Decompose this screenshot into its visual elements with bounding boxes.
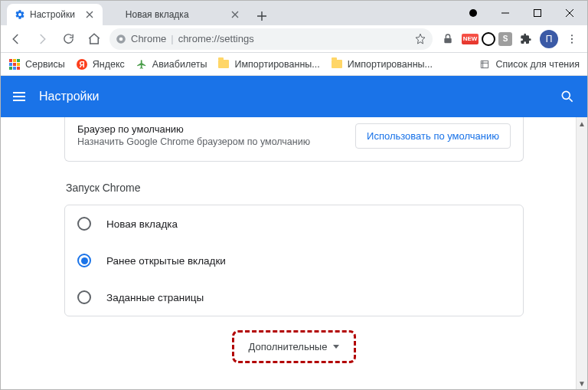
close-tab-icon[interactable] [84, 9, 95, 20]
settings-search-icon[interactable] [560, 89, 575, 104]
folder-icon [217, 58, 230, 70]
bookmarks-bar: Сервисы Я Яндекс Авиабилеты Импортирован… [1, 53, 587, 76]
minimize-button[interactable] [491, 2, 520, 24]
toolbar: Chrome | chrome://settings NEW S П [1, 25, 587, 53]
reading-list-button[interactable]: Список для чтения [479, 58, 580, 70]
startup-option-pages[interactable]: Заданные страницы [65, 279, 523, 316]
extension-new-badge[interactable]: NEW [462, 34, 479, 44]
scroll-up-icon[interactable]: ▲ [578, 117, 586, 129]
omnibox-prefix: Chrome [131, 33, 166, 44]
startup-option-newtab[interactable]: Новая вкладка [65, 205, 523, 242]
close-tab-icon[interactable] [230, 9, 240, 20]
bookmark-apps[interactable]: Сервисы [8, 58, 65, 70]
chrome-icon [116, 34, 126, 44]
tab-label: Новая вкладка [126, 9, 189, 20]
plane-icon [136, 58, 148, 70]
svg-text:Я: Я [79, 60, 84, 68]
gear-icon [15, 9, 25, 20]
omnibox[interactable]: Chrome | chrome://settings [109, 28, 433, 50]
svg-rect-14 [13, 67, 16, 70]
default-browser-subtitle: Назначить Google Chrome браузером по умо… [77, 136, 310, 147]
startup-options: Новая вкладка Ранее открытые вкладки Зад… [64, 205, 524, 316]
maximize-button[interactable] [523, 2, 552, 24]
startup-option-continue[interactable]: Ранее открытые вкладки [65, 242, 523, 279]
svg-point-6 [571, 41, 573, 43]
menu-icon[interactable] [561, 28, 583, 50]
chevron-down-icon [333, 345, 339, 349]
default-browser-title: Браузер по умолчанию [77, 123, 310, 135]
yandex-icon: Я [76, 58, 88, 70]
omnibox-url: chrome://settings [178, 33, 254, 44]
svg-rect-8 [13, 59, 16, 62]
svg-rect-15 [17, 67, 20, 70]
window-controls [491, 2, 584, 24]
bookmark-yandex[interactable]: Я Яндекс [76, 58, 125, 70]
svg-point-4 [571, 34, 573, 36]
bookmark-aviabilety[interactable]: Авиабилеты [136, 58, 207, 70]
reading-list-icon [479, 58, 491, 70]
settings-header: Настройки [1, 76, 587, 117]
svg-rect-3 [444, 38, 451, 43]
back-button[interactable] [5, 28, 27, 50]
svg-point-18 [562, 91, 570, 99]
toolbar-extensions: NEW S П [437, 28, 583, 50]
forward-button[interactable] [31, 28, 53, 50]
bookmark-imported-2[interactable]: Импортированны... [331, 58, 433, 70]
hamburger-icon[interactable] [13, 92, 25, 101]
svg-rect-10 [9, 63, 12, 66]
new-tab-button[interactable] [253, 7, 271, 25]
reload-button[interactable] [57, 28, 79, 50]
extensions-icon[interactable] [515, 28, 537, 50]
profile-avatar[interactable]: П [540, 30, 558, 48]
svg-rect-13 [9, 67, 12, 70]
svg-rect-9 [17, 59, 20, 62]
tab-strip: Настройки Новая вкладка [1, 1, 271, 25]
tab-new[interactable]: Новая вкладка [103, 4, 248, 25]
set-default-button[interactable]: Использовать по умолчанию [355, 123, 511, 149]
startup-section-title: Запуск Chrome [66, 182, 524, 194]
radio-icon [77, 254, 91, 267]
extension-lock-icon[interactable] [437, 28, 459, 50]
globe-icon [110, 9, 121, 20]
settings-title: Настройки [39, 90, 99, 103]
scroll-down-icon[interactable]: ▼ [578, 377, 586, 389]
radio-icon [77, 290, 91, 304]
star-icon[interactable] [414, 33, 426, 45]
svg-point-5 [571, 38, 573, 39]
svg-rect-7 [9, 59, 12, 62]
svg-rect-12 [17, 63, 20, 66]
advanced-button[interactable]: Дополнительные [238, 335, 351, 359]
svg-rect-0 [534, 10, 541, 17]
extension-circle-icon[interactable] [482, 32, 495, 46]
titlebar: Настройки Новая вкладка [1, 1, 587, 25]
home-button[interactable] [83, 28, 105, 50]
radio-icon [77, 217, 91, 231]
svg-point-2 [119, 37, 123, 41]
close-window-button[interactable] [555, 2, 584, 24]
settings-content: Браузер по умолчанию Назначить Google Ch… [1, 117, 587, 389]
folder-icon [331, 58, 343, 70]
browser-window: Настройки Новая вкладка [0, 0, 588, 390]
tab-label: Настройки [30, 9, 75, 20]
apps-icon [8, 58, 21, 70]
bookmark-imported-1[interactable]: Импортированны... [217, 58, 319, 70]
extension-s-icon[interactable]: S [498, 32, 512, 46]
svg-rect-11 [13, 63, 16, 66]
default-browser-card: Браузер по умолчанию Назначить Google Ch… [64, 117, 524, 162]
tab-settings[interactable]: Настройки [7, 4, 103, 25]
scrollbar[interactable]: ▲ ▼ [576, 117, 587, 389]
account-indicator-icon[interactable] [469, 9, 477, 17]
